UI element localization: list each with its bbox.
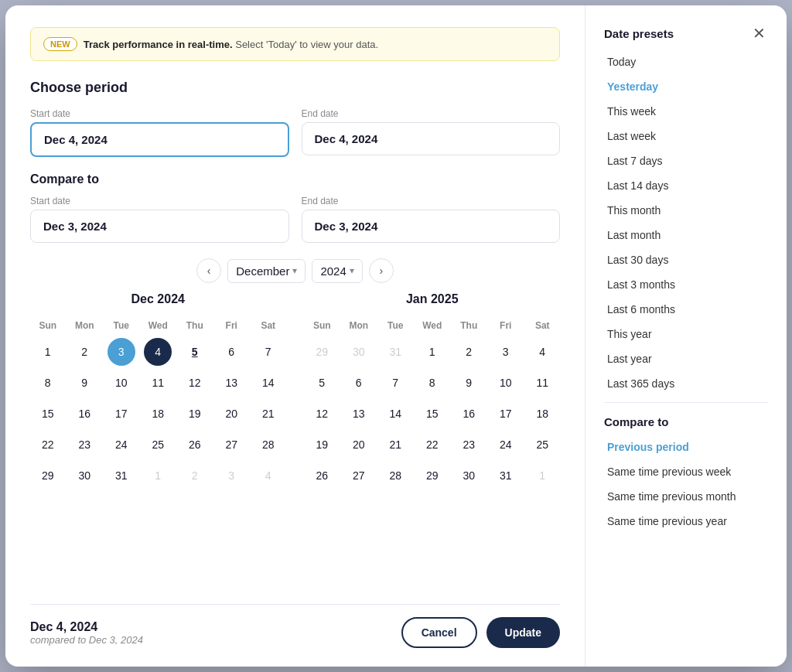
cal-day-cell[interactable]: 11 [144, 369, 172, 397]
preset-item[interactable]: Yesterday [604, 74, 768, 99]
update-button[interactable]: Update [486, 617, 560, 648]
cal-day-cell[interactable]: 31 [108, 462, 135, 490]
cal-day-cell[interactable]: 19 [181, 400, 209, 428]
cal-day-cell[interactable]: 30 [455, 462, 483, 490]
cal-day-cell[interactable]: 17 [492, 400, 520, 428]
compare-preset-item[interactable]: Previous period [604, 435, 768, 459]
year-select[interactable]: 2024 ▾ [312, 259, 362, 283]
cal-day-cell[interactable]: 14 [254, 369, 282, 397]
cal-day-cell[interactable]: 14 [381, 400, 409, 428]
preset-item[interactable]: Last 6 months [604, 297, 768, 322]
cal-day-cell[interactable]: 5 [308, 369, 336, 397]
cal-day-cell[interactable]: 2 [70, 338, 98, 366]
cal-day-cell[interactable]: 17 [108, 400, 135, 428]
compare-preset-item[interactable]: Same time previous month [604, 484, 768, 509]
cal-day-cell[interactable]: 12 [308, 400, 336, 428]
cal-day-cell[interactable]: 29 [418, 462, 446, 490]
cal-day-cell[interactable]: 6 [217, 338, 245, 366]
cal-day-cell[interactable]: 20 [345, 431, 373, 459]
cal-day-cell[interactable]: 10 [492, 369, 520, 397]
cal-day-cell[interactable]: 28 [254, 431, 282, 459]
cal-day-cell[interactable]: 25 [528, 431, 556, 459]
cal-day-cell[interactable]: 3 [492, 338, 520, 366]
preset-item[interactable]: Last week [604, 124, 768, 148]
cal-day-cell[interactable]: 10 [108, 369, 135, 397]
compare-start-input[interactable] [30, 210, 289, 243]
preset-item[interactable]: Today [604, 49, 768, 74]
cal-day-cell: 29 [308, 338, 336, 366]
month-select[interactable]: December ▾ [227, 259, 306, 283]
cal-header: Tue [104, 316, 139, 336]
cal-day-cell[interactable]: 15 [418, 400, 446, 428]
cal-day-cell[interactable]: 12 [181, 369, 209, 397]
preset-item[interactable]: Last 3 months [604, 272, 768, 297]
cal-day-cell[interactable]: 1 [34, 338, 62, 366]
cal-day-cell[interactable]: 26 [181, 431, 209, 459]
compare-end-input[interactable] [302, 210, 561, 243]
cal-header: Sun [30, 316, 66, 336]
cal-day-cell[interactable]: 7 [381, 369, 409, 397]
cal-day-cell[interactable]: 16 [70, 400, 98, 428]
cal-day-cell[interactable]: 4 [144, 338, 172, 366]
cal-day-cell[interactable]: 19 [308, 431, 336, 459]
cal-day-cell[interactable]: 8 [34, 369, 62, 397]
preset-item[interactable]: This month [604, 198, 768, 223]
cal-day-cell[interactable]: 21 [381, 431, 409, 459]
preset-item[interactable]: Last 7 days [604, 148, 768, 173]
preset-item[interactable]: This year [604, 322, 768, 346]
preset-item[interactable]: Last 14 days [604, 173, 768, 198]
cal-day-cell[interactable]: 18 [528, 400, 556, 428]
compare-preset-item[interactable]: Same time previous year [604, 509, 768, 534]
cal-day-cell[interactable]: 23 [70, 431, 98, 459]
cal-day-cell[interactable]: 9 [455, 369, 483, 397]
cal-day-cell[interactable]: 30 [70, 462, 98, 490]
preset-item[interactable]: Last month [604, 223, 768, 247]
cal-day-cell[interactable]: 1 [418, 338, 446, 366]
period-title: Choose period [30, 80, 560, 96]
cal-day-cell[interactable]: 25 [144, 431, 172, 459]
cal-header: Mon [341, 316, 377, 336]
close-button[interactable]: ✕ [746, 21, 771, 46]
cal-day-cell[interactable]: 3 [108, 338, 135, 366]
cal-day-cell[interactable]: 11 [528, 369, 556, 397]
cal-day-cell[interactable]: 29 [34, 462, 62, 490]
cal-day-cell[interactable]: 2 [455, 338, 483, 366]
cal-day-cell[interactable]: 26 [308, 462, 336, 490]
period-end-input[interactable] [302, 122, 561, 155]
banner-badge: NEW [43, 37, 77, 51]
cal-day-cell[interactable]: 4 [528, 338, 556, 366]
cal-day-cell[interactable]: 22 [418, 431, 446, 459]
cancel-button[interactable]: Cancel [401, 617, 477, 648]
cal-day-cell[interactable]: 28 [381, 462, 409, 490]
preset-item[interactable]: Last year [604, 346, 768, 371]
cal-day-cell[interactable]: 15 [34, 400, 62, 428]
cal-day-cell[interactable]: 9 [70, 369, 98, 397]
cal-day-cell[interactable]: 13 [217, 369, 245, 397]
preset-item[interactable]: Last 30 days [604, 247, 768, 272]
cal-day-cell[interactable]: 6 [345, 369, 373, 397]
next-month-button[interactable]: › [369, 258, 394, 283]
compare-preset-item[interactable]: Same time previous week [604, 459, 768, 484]
cal-day-cell[interactable]: 20 [217, 400, 245, 428]
cal-day-cell[interactable]: 24 [108, 431, 135, 459]
cal-day-cell[interactable]: 13 [345, 400, 373, 428]
cal-day-cell[interactable]: 7 [254, 338, 282, 366]
cal-day-cell[interactable]: 24 [492, 431, 520, 459]
cal-day-cell[interactable]: 18 [144, 400, 172, 428]
cal-day-cell[interactable]: 27 [217, 431, 245, 459]
preset-item[interactable]: Last 365 days [604, 371, 768, 396]
cal-day-cell[interactable]: 5 [181, 338, 209, 366]
preset-item[interactable]: This week [604, 99, 768, 124]
cal-day-cell[interactable]: 22 [34, 431, 62, 459]
cal-day-cell[interactable]: 8 [418, 369, 446, 397]
prev-month-button[interactable]: ‹ [196, 258, 221, 283]
cal-day-cell[interactable]: 16 [455, 400, 483, 428]
cal-header: Thu [177, 316, 213, 336]
banner: NEW Track performance in real-time. Sele… [30, 27, 560, 61]
cal-day-cell[interactable]: 21 [254, 400, 282, 428]
cal-day-cell[interactable]: 23 [455, 431, 483, 459]
compare-fields-row: Start date End date [30, 186, 560, 243]
period-start-input[interactable] [30, 122, 289, 157]
cal-day-cell[interactable]: 27 [345, 462, 373, 490]
cal-day-cell[interactable]: 31 [492, 462, 520, 490]
